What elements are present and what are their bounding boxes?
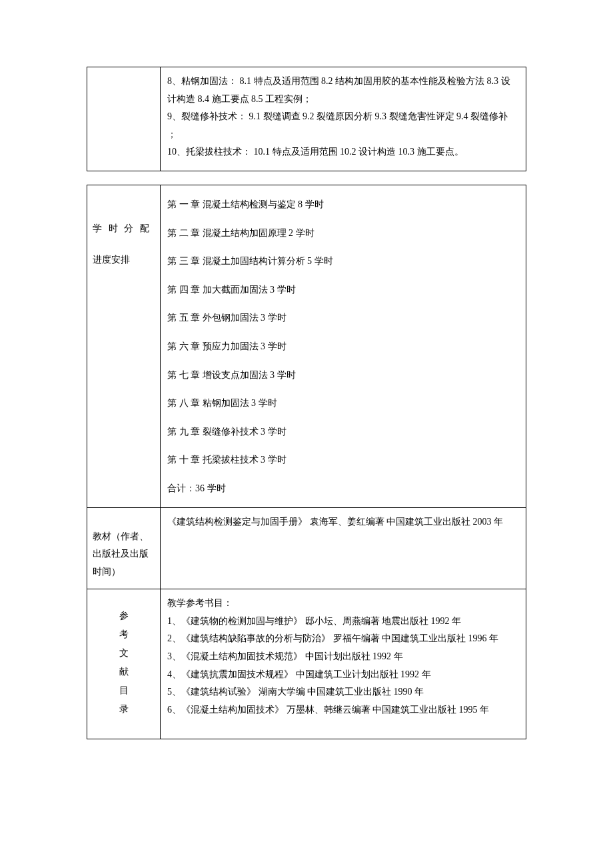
chapter-5: 第 五 章 外包钢加固法 3 学时 [167, 299, 519, 327]
content-table-2: 学 时 分 配 进度安排 第 一 章 混凝土结构检测与鉴定 8 学时 第 二 章… [87, 185, 526, 739]
ref-label-1: 参 [93, 607, 155, 625]
schedule-total: 合计：36 学时 [167, 469, 519, 498]
reference-item-1: 1、《建筑物的检测加固与维护》 邸小坛、周燕编著 地震出版社 1992 年 [167, 613, 519, 631]
method-9: 9、裂缝修补技术： 9.1 裂缝调查 9.2 裂缝原因分析 9.3 裂缝危害性评… [167, 108, 519, 143]
chapter-10: 第 十 章 托梁拔柱技术 3 学时 [167, 441, 519, 469]
references-label-cell: 参 考 文 献 目 录 [87, 589, 161, 739]
textbook-content: 《建筑结构检测鉴定与加固手册》 袁海军、姜红编著 中国建筑工业出版社 2003 … [167, 513, 519, 531]
chapter-4: 第 四 章 加大截面加固法 3 学时 [167, 271, 519, 299]
content-table-1: 8、粘钢加固法： 8.1 特点及适用范围 8.2 结构加固用胶的基本性能及检验方… [87, 67, 526, 171]
chapter-7: 第 七 章 增设支点加固法 3 学时 [167, 356, 519, 385]
reference-item-5: 5、《建筑结构试验》 湖南大学编 中国建筑工业出版社 1990 年 [167, 683, 519, 701]
schedule-label-cell: 学 时 分 配 进度安排 [87, 185, 161, 507]
chapter-9: 第 九 章 裂缝修补技术 3 学时 [167, 413, 519, 441]
schedule-label-2: 进度安排 [93, 251, 155, 269]
reference-item-6: 6、《混凝土结构加固技术》 万墨林、韩继云编著 中国建筑工业出版社 1995 年 [167, 701, 519, 719]
reference-item-3: 3、《混凝土结构加固技术规范》 中国计划出版社 1992 年 [167, 648, 519, 666]
reference-item-2: 2、《建筑结构缺陷事故的分析与防治》 罗福午编著 中国建筑工业出版社 1996 … [167, 630, 519, 648]
chapter-1: 第 一 章 混凝土结构检测与鉴定 8 学时 [167, 191, 519, 214]
chapter-8: 第 八 章 粘钢加固法 3 学时 [167, 384, 519, 413]
textbook-label-cell: 教材（作者、出版社及出版时间） [87, 507, 161, 589]
textbook-label: 教材（作者、出版社及出版时间） [93, 528, 155, 581]
chapter-2: 第 二 章 混凝土结构加固原理 2 学时 [167, 214, 519, 243]
ref-label-5: 目 [93, 681, 155, 700]
schedule-label-1: 学 时 分 配 [93, 220, 155, 238]
schedule-content-cell: 第 一 章 混凝土结构检测与鉴定 8 学时 第 二 章 混凝土结构加固原理 2 … [161, 185, 526, 507]
chapter-3: 第 三 章 混凝土加固结构计算分析 5 学时 [167, 242, 519, 271]
references-header: 教学参考书目： [167, 595, 519, 613]
chapter-6: 第 六 章 预应力加固法 3 学时 [167, 327, 519, 356]
ref-label-4: 献 [93, 663, 155, 681]
ref-label-2: 考 [93, 625, 155, 644]
ref-label-6: 录 [93, 700, 155, 719]
table1-label-cell [87, 67, 161, 171]
table1-content-cell: 8、粘钢加固法： 8.1 特点及适用范围 8.2 结构加固用胶的基本性能及检验方… [161, 67, 526, 171]
textbook-content-cell: 《建筑结构检测鉴定与加固手册》 袁海军、姜红编著 中国建筑工业出版社 2003 … [161, 507, 526, 589]
method-8: 8、粘钢加固法： 8.1 特点及适用范围 8.2 结构加固用胶的基本性能及检验方… [167, 73, 519, 108]
reference-item-4: 4、《建筑抗震加固技术规程》 中国建筑工业计划出版社 1992 年 [167, 666, 519, 684]
references-content-cell: 教学参考书目： 1、《建筑物的检测加固与维护》 邸小坛、周燕编著 地震出版社 1… [161, 589, 526, 739]
method-10: 10、托梁拔柱技术： 10.1 特点及适用范围 10.2 设计构造 10.3 施… [167, 143, 519, 161]
ref-label-3: 文 [93, 644, 155, 663]
